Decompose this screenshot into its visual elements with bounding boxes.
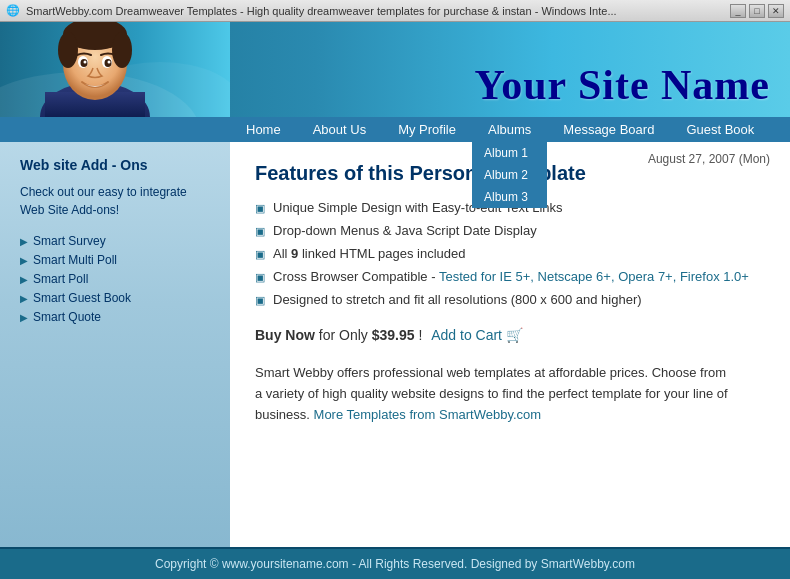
nav-profile[interactable]: My Profile bbox=[382, 117, 472, 142]
sidebar-link-survey[interactable]: Smart Survey bbox=[33, 234, 106, 248]
arrow-icon-1: ▶ bbox=[20, 255, 28, 266]
browser-titlebar: 🌐 SmartWebby.com Dreamweaver Templates -… bbox=[0, 0, 790, 22]
buy-middle: for Only bbox=[319, 327, 372, 343]
more-templates-link[interactable]: More Templates from SmartWebby.com bbox=[314, 407, 542, 422]
svg-point-14 bbox=[84, 61, 87, 64]
person-illustration bbox=[0, 22, 230, 117]
sidebar-links: ▶ Smart Survey ▶ Smart Multi Poll ▶ Smar… bbox=[20, 234, 210, 324]
header: Your Site Name bbox=[0, 22, 790, 117]
nav-albums[interactable]: Albums Album 1 Album 2 Album 3 bbox=[472, 117, 547, 142]
arrow-icon-0: ▶ bbox=[20, 236, 28, 247]
album-3[interactable]: Album 3 bbox=[472, 186, 547, 208]
minimize-button[interactable]: _ bbox=[730, 4, 746, 18]
arrow-icon-2: ▶ bbox=[20, 274, 28, 285]
sidebar-link-item-3[interactable]: ▶ Smart Guest Book bbox=[20, 291, 210, 305]
buy-section: Buy Now for Only $39.95 ! Add to Cart 🛒 bbox=[255, 327, 765, 343]
nav-message-board[interactable]: Message Board bbox=[547, 117, 670, 142]
svg-point-9 bbox=[112, 32, 132, 68]
albums-dropdown: Album 1 Album 2 Album 3 bbox=[472, 142, 547, 208]
sidebar-link-quote[interactable]: Smart Quote bbox=[33, 310, 101, 324]
date-display: August 27, 2007 (Mon) bbox=[648, 152, 770, 166]
sidebar-link-item-2[interactable]: ▶ Smart Poll bbox=[20, 272, 210, 286]
price-display: $39.95 bbox=[372, 327, 415, 343]
footer-text: Copyright © www.yoursitename.com - All R… bbox=[155, 557, 635, 571]
feature-text-3: Cross Browser Compatible - Tested for IE… bbox=[273, 269, 749, 284]
sidebar: Web site Add - Ons Check out our easy to… bbox=[0, 142, 230, 547]
feature-text-4: Designed to stretch and fit all resoluti… bbox=[273, 292, 642, 307]
browser-controls[interactable]: _ □ ✕ bbox=[730, 4, 784, 18]
nav-guest-book[interactable]: Guest Book bbox=[670, 117, 770, 142]
feature-bullet-2: ▣ bbox=[255, 248, 265, 261]
header-photo bbox=[0, 22, 230, 117]
svg-point-8 bbox=[58, 32, 78, 68]
sidebar-link-guestbook[interactable]: Smart Guest Book bbox=[33, 291, 131, 305]
feature-bullet-0: ▣ bbox=[255, 202, 265, 215]
arrow-icon-4: ▶ bbox=[20, 312, 28, 323]
browser-compat-link[interactable]: Tested for IE 5+, Netscape 6+, Opera 7+,… bbox=[439, 269, 749, 284]
album-2[interactable]: Album 2 bbox=[472, 164, 547, 186]
browser-title: SmartWebby.com Dreamweaver Templates - H… bbox=[26, 5, 730, 17]
features-list: ▣ Unique Simple Design with Easy-to-edit… bbox=[255, 200, 765, 307]
nav-bar: Home About Us My Profile Albums Album 1 … bbox=[0, 117, 790, 142]
feature-item-2: ▣ All 9 linked HTML pages included bbox=[255, 246, 765, 261]
feature-bullet-1: ▣ bbox=[255, 225, 265, 238]
sidebar-link-poll[interactable]: Smart Poll bbox=[33, 272, 88, 286]
feature-bullet-4: ▣ bbox=[255, 294, 265, 307]
buy-suffix: ! bbox=[418, 327, 422, 343]
arrow-icon-3: ▶ bbox=[20, 293, 28, 304]
cart-link-text: Add to Cart bbox=[431, 327, 502, 343]
feature-text-2: All 9 linked HTML pages included bbox=[273, 246, 465, 261]
feature-bullet-3: ▣ bbox=[255, 271, 265, 284]
description-text: Smart Webby offers professional web temp… bbox=[255, 363, 735, 425]
album-1[interactable]: Album 1 bbox=[472, 142, 547, 164]
buy-label: Buy Now bbox=[255, 327, 315, 343]
close-button[interactable]: ✕ bbox=[768, 4, 784, 18]
sidebar-description: Check out our easy to integrate Web Site… bbox=[20, 183, 210, 219]
sidebar-link-item-1[interactable]: ▶ Smart Multi Poll bbox=[20, 253, 210, 267]
nav-about[interactable]: About Us bbox=[297, 117, 382, 142]
maximize-button[interactable]: □ bbox=[749, 4, 765, 18]
feature-text-1: Drop-down Menus & Java Script Date Displ… bbox=[273, 223, 537, 238]
browser-icon: 🌐 bbox=[6, 4, 20, 18]
feature-item-4: ▣ Designed to stretch and fit all resolu… bbox=[255, 292, 765, 307]
sidebar-link-item-0[interactable]: ▶ Smart Survey bbox=[20, 234, 210, 248]
content-area: Web site Add - Ons Check out our easy to… bbox=[0, 142, 790, 547]
svg-point-15 bbox=[108, 61, 111, 64]
sidebar-title: Web site Add - Ons bbox=[20, 157, 210, 173]
site-name: Your Site Name bbox=[474, 61, 790, 117]
feature-item-1: ▣ Drop-down Menus & Java Script Date Dis… bbox=[255, 223, 765, 238]
feature-item-3: ▣ Cross Browser Compatible - Tested for … bbox=[255, 269, 765, 284]
page-wrapper: Your Site Name Home About Us My Profile … bbox=[0, 22, 790, 579]
nav-home[interactable]: Home bbox=[230, 117, 297, 142]
footer: Copyright © www.yoursitename.com - All R… bbox=[0, 547, 790, 579]
sidebar-link-multipoll[interactable]: Smart Multi Poll bbox=[33, 253, 117, 267]
cart-icon: 🛒 bbox=[506, 327, 523, 343]
sidebar-link-item-4[interactable]: ▶ Smart Quote bbox=[20, 310, 210, 324]
add-to-cart-link[interactable]: Add to Cart 🛒 bbox=[431, 327, 523, 343]
